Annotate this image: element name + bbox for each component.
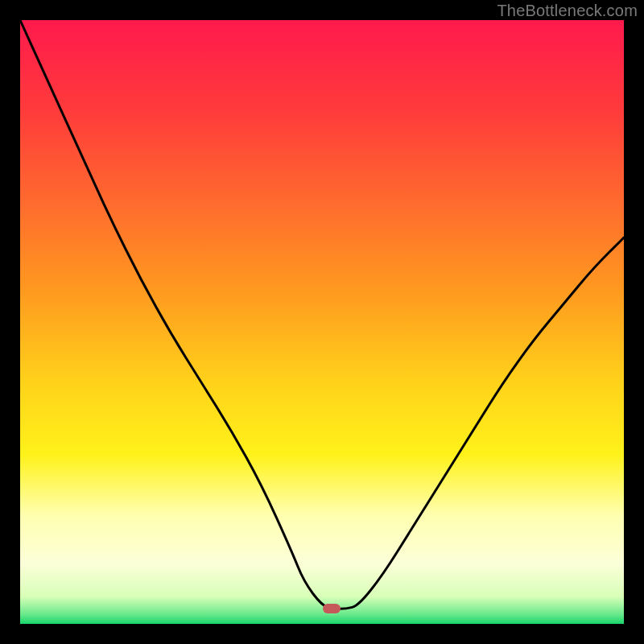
chart-stage: TheBottleneck.com xyxy=(0,0,644,644)
bottleneck-curve xyxy=(20,20,624,624)
minimum-marker xyxy=(323,604,341,613)
plot-area xyxy=(20,20,624,624)
attribution-text: TheBottleneck.com xyxy=(497,2,638,20)
